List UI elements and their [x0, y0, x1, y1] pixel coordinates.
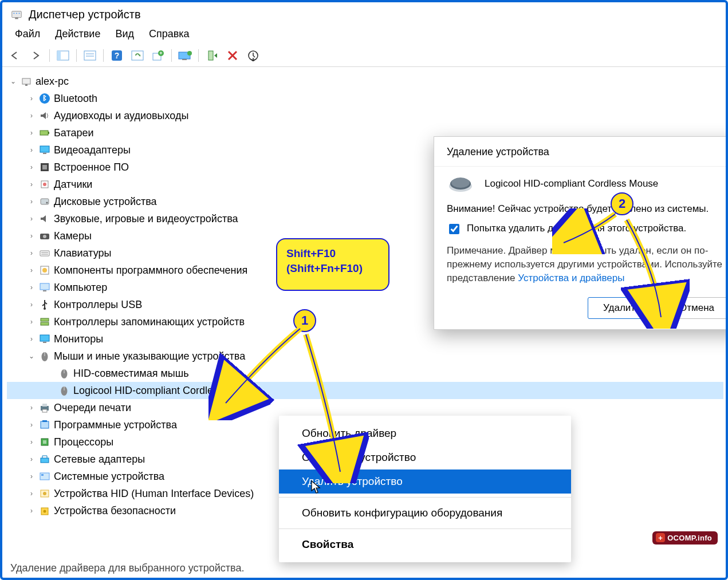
svg-rect-21 — [22, 78, 30, 84]
svg-rect-6 — [57, 51, 61, 60]
annotation-callout: Shift+F10 (Shift+Fn+F10) — [276, 238, 389, 291]
svg-point-43 — [44, 307, 46, 310]
svg-rect-27 — [43, 153, 46, 154]
menu-action[interactable]: Действие — [55, 28, 100, 40]
tree-category-label: Устройства безопасности — [54, 502, 176, 519]
expander-icon[interactable]: › — [27, 451, 36, 468]
scan-hardware-button[interactable] — [129, 48, 146, 63]
expander-icon[interactable]: › — [27, 296, 36, 313]
usb-icon — [39, 299, 50, 310]
uninstall-device-button[interactable] — [224, 48, 241, 63]
tree-category-label: Батареи — [54, 124, 94, 141]
svg-rect-58 — [42, 420, 47, 422]
svg-rect-26 — [40, 146, 49, 152]
tree-category-label: Контроллеры USB — [54, 296, 142, 313]
tree-device[interactable]: HID-совместимая мышь — [7, 365, 723, 382]
camera-icon — [39, 230, 50, 242]
dialog-device-name: Logicool HID-compliant Cordless Mouse — [485, 178, 658, 190]
tree-category[interactable]: › Аудиовходы и аудиовыходы — [7, 107, 723, 124]
svg-rect-41 — [40, 283, 49, 290]
expander-icon[interactable]: › — [27, 433, 36, 451]
uninstall-confirm-button[interactable]: Удалить — [588, 297, 656, 319]
update-driver-button[interactable] — [176, 48, 194, 63]
context-menu-item[interactable]: Удалить устройство — [279, 469, 571, 494]
delete-driver-checkbox-row[interactable]: Попытка удалить драйвер для этого устрой… — [447, 223, 728, 236]
expander-icon[interactable]: › — [27, 90, 36, 107]
svg-rect-60 — [43, 440, 46, 444]
expander-icon[interactable]: ⌄ — [27, 348, 36, 365]
expander-icon[interactable]: › — [27, 176, 36, 193]
system-icon — [39, 471, 50, 482]
context-menu-item[interactable]: Обновить драйвер — [279, 421, 571, 445]
expander-icon[interactable]: › — [27, 227, 36, 244]
toolbar-separator — [76, 49, 77, 62]
toolbar-separator — [49, 49, 50, 62]
svg-rect-32 — [41, 199, 49, 204]
expander-icon[interactable]: › — [27, 193, 36, 210]
tree-category-label: Аудиовходы и аудиовыходы — [54, 107, 188, 124]
svg-point-18 — [187, 51, 192, 56]
expander-icon[interactable]: › — [27, 399, 36, 416]
back-button[interactable] — [7, 48, 24, 63]
expander-icon[interactable]: › — [27, 244, 36, 262]
tree-category[interactable]: › Очереди печати — [7, 399, 723, 416]
tree-category[interactable]: › Мониторы — [7, 330, 723, 348]
expander-icon[interactable]: › — [27, 107, 36, 124]
context-menu-separator — [279, 497, 571, 498]
tree-category[interactable]: › Bluetooth — [7, 90, 723, 107]
show-hide-tree-button[interactable] — [54, 48, 72, 63]
expander-icon[interactable]: › — [27, 330, 36, 348]
properties-button[interactable] — [81, 48, 99, 63]
svg-point-33 — [46, 202, 48, 204]
context-menu-item[interactable]: Свойства — [279, 532, 571, 557]
expander-icon[interactable]: › — [27, 141, 36, 159]
svg-rect-46 — [40, 335, 49, 341]
tree-device[interactable]: Logicool HID-compliant Cordless Mouse — [7, 382, 723, 399]
tree-category-label: Камеры — [54, 227, 92, 244]
delete-driver-checkbox[interactable] — [449, 224, 459, 234]
context-menu-item[interactable]: Отключить устройство — [279, 445, 571, 469]
expander-icon[interactable]: › — [27, 468, 36, 485]
expander-icon[interactable]: › — [27, 124, 36, 141]
menu-help[interactable]: Справка — [149, 28, 190, 40]
update-button[interactable] — [245, 48, 262, 63]
enable-device-button[interactable] — [203, 48, 221, 63]
devices-drivers-link[interactable]: Устройства и драйверы — [518, 273, 624, 283]
tree-category-label: Встроенное ПО — [54, 159, 129, 176]
svg-rect-0 — [12, 11, 22, 17]
expander-icon[interactable]: › — [27, 210, 36, 227]
expander-icon[interactable]: ⌄ — [9, 73, 17, 90]
expander-icon[interactable]: › — [27, 502, 36, 519]
tree-category[interactable]: ⌄ Мыши и иные указывающие устройства — [7, 348, 723, 365]
forward-button[interactable] — [27, 48, 45, 63]
expander-icon[interactable]: › — [27, 262, 36, 279]
tree-category-label: Контроллеры запоминающих устройств — [54, 313, 245, 330]
context-menu: Обновить драйверОтключить устройствоУдал… — [279, 416, 571, 562]
expander-icon[interactable]: › — [27, 279, 36, 296]
context-menu-item[interactable]: Обновить конфигурацию оборудования — [279, 501, 571, 525]
help-button[interactable]: ? — [108, 48, 125, 63]
sound-icon — [39, 213, 50, 224]
add-legacy-button[interactable]: + — [149, 48, 167, 63]
svg-rect-55 — [42, 404, 47, 407]
menu-file[interactable]: Файл — [15, 28, 40, 40]
svg-rect-45 — [41, 322, 49, 325]
svg-text:+: + — [159, 50, 162, 56]
toolbar-separator — [198, 49, 199, 62]
svg-rect-17 — [182, 59, 187, 60]
expander-icon[interactable]: › — [27, 159, 36, 176]
printer-icon — [39, 402, 50, 413]
expander-icon[interactable]: › — [27, 485, 36, 502]
cpu-icon — [39, 436, 50, 448]
window-title: Диспетчер устройств — [29, 8, 141, 21]
expander-icon[interactable]: › — [27, 416, 36, 433]
expander-icon[interactable]: › — [27, 313, 36, 330]
security-icon — [39, 505, 50, 516]
uninstall-cancel-button[interactable]: Отмена — [664, 297, 728, 319]
svg-rect-29 — [42, 165, 47, 169]
menu-view[interactable]: Вид — [115, 28, 134, 40]
tree-root[interactable]: ⌄ alex-pc — [7, 73, 723, 90]
disk-icon — [39, 196, 50, 207]
computer-icon — [21, 76, 32, 87]
svg-point-67 — [44, 510, 46, 513]
